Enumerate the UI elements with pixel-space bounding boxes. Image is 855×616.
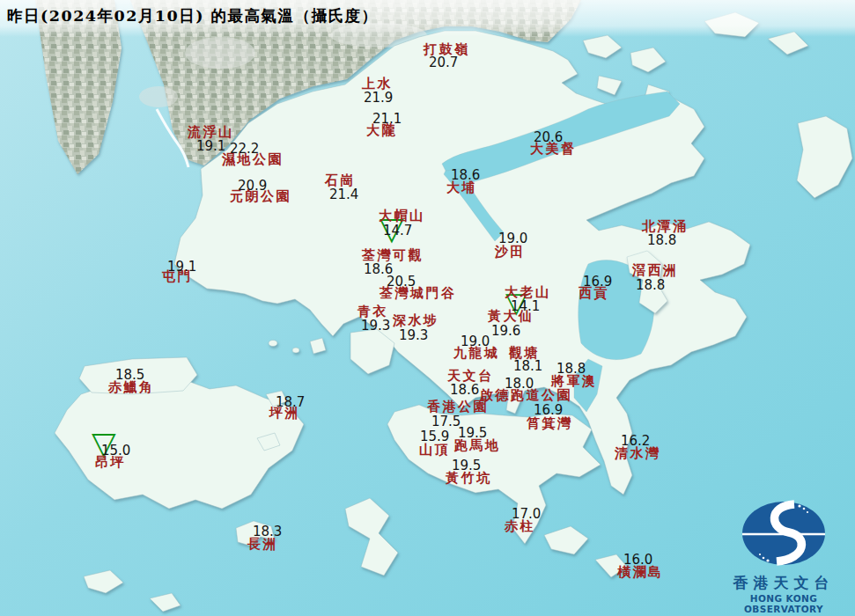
station-value: 17.5 [431, 414, 461, 429]
station-value: 18.0 [505, 376, 534, 392]
station-value: 16.2 [621, 433, 650, 449]
station-value: 18.7 [276, 394, 305, 410]
station-value: 14.7 [383, 223, 412, 238]
hko-logo-english: HONG KONG OBSERVATORY [718, 593, 850, 614]
station-value: 21.4 [329, 187, 358, 202]
station-value: 16.0 [623, 552, 652, 568]
station-value: 15.9 [420, 429, 449, 444]
station-value: 18.1 [513, 358, 542, 374]
station-value: 20.7 [429, 55, 458, 70]
station-value: 18.6 [450, 382, 479, 398]
station-value: 22.2 [230, 141, 259, 157]
station-value: 20.5 [387, 274, 416, 290]
hko-logo-icon [738, 499, 829, 568]
station-value: 18.8 [636, 277, 665, 293]
station-value: 18.8 [647, 232, 676, 248]
station-value: 20.9 [238, 178, 267, 194]
station-value: 18.6 [451, 167, 480, 183]
station-value: 19.0 [461, 334, 490, 349]
station-value: 17.0 [512, 506, 541, 522]
station-value: 19.3 [399, 327, 428, 343]
station-value: 18.8 [556, 361, 586, 377]
weather-map: 昨日(2024年02月10日) 的最高氣溫（攝氏度） 20.7打鼓嶺21.9上水… [0, 0, 855, 616]
station-value: 19.1 [196, 138, 225, 154]
station-value: 15.0 [101, 443, 130, 458]
hko-logo: 香港天文台 HONG KONG OBSERVATORY [718, 499, 850, 614]
station-value: 19.3 [361, 318, 390, 334]
station-value: 19.1 [167, 259, 196, 275]
station-value: 21.1 [372, 111, 402, 127]
station-value: 19.6 [491, 323, 520, 339]
station-value: 21.9 [364, 90, 393, 106]
station-value: 20.6 [534, 129, 563, 145]
hko-logo-chinese: 香港天文台 [718, 573, 850, 593]
station-value: 16.9 [534, 402, 563, 418]
station-value: 18.3 [253, 524, 282, 539]
station-value: 16.9 [583, 274, 612, 290]
station-value: 19.5 [452, 458, 481, 473]
station-value: 19.5 [458, 425, 487, 441]
station-value: 19.0 [498, 231, 527, 246]
station-value: 14.1 [511, 298, 540, 314]
station-value: 18.5 [115, 367, 144, 383]
